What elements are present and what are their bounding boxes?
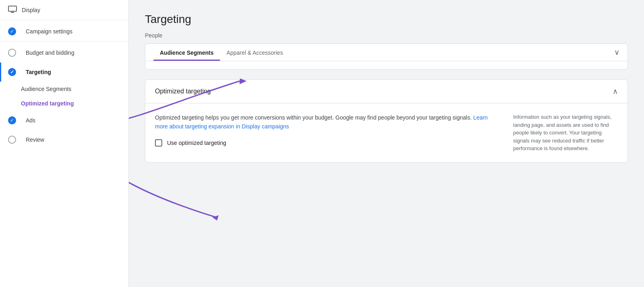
opt-card-main: Optimized targeting helps you get more c… <box>155 113 497 153</box>
active-indicator <box>0 62 1 82</box>
sidebar-item-review[interactable]: Review <box>0 130 128 149</box>
sidebar-item-review-label: Review <box>26 136 44 143</box>
audience-card-chevron[interactable]: ∨ <box>614 48 619 57</box>
sidebar-item-campaign-settings[interactable]: ✓ Campaign settings <box>0 22 128 41</box>
circle-icon-budget <box>8 49 16 57</box>
use-optimized-row: Use optimized targeting <box>155 139 497 147</box>
circle-icon-review <box>8 136 16 144</box>
sidebar-item-budget-label: Budget and bidding <box>26 50 74 56</box>
opt-card-title: Optimized targeting <box>155 88 613 95</box>
sidebar-item-targeting-label: Targeting <box>26 69 51 75</box>
sidebar-item-ads[interactable]: ✓ Ads <box>0 111 128 130</box>
use-optimized-checkbox[interactable] <box>155 139 162 147</box>
optimized-card: Optimized targeting ∧ Optimized targetin… <box>145 79 628 163</box>
sidebar-item-optimized-targeting[interactable]: Optimized targeting <box>0 96 128 111</box>
sidebar-sub-audience-label: Audience Segments <box>21 86 71 92</box>
tab-audience-segments[interactable]: Audience Segments <box>153 44 220 61</box>
use-optimized-label: Use optimized targeting <box>167 140 226 146</box>
svg-marker-4 <box>213 214 221 221</box>
audience-card-body <box>145 61 627 69</box>
opt-card-header: Optimized targeting ∧ <box>145 80 627 103</box>
sidebar-item-audience-segments[interactable]: Audience Segments <box>0 82 128 96</box>
check-icon-ads: ✓ <box>8 116 16 124</box>
people-label: People <box>145 32 628 39</box>
page-title: Targeting <box>145 13 628 26</box>
opt-card-side-text: Information such as your targeting signa… <box>513 113 618 153</box>
opt-description: Optimized targeting helps you get more c… <box>155 113 497 131</box>
tab-apparel[interactable]: Apparel & Accessories <box>220 44 289 61</box>
check-icon-campaign: ✓ <box>8 27 16 35</box>
sidebar-item-targeting[interactable]: ✓ Targeting <box>0 62 128 82</box>
main-content: Targeting People Audience Segments Appar… <box>129 0 644 287</box>
svg-rect-0 <box>8 6 17 11</box>
sidebar-item-display[interactable]: Display <box>0 0 128 20</box>
sidebar-item-display-label: Display <box>22 7 40 13</box>
opt-card-body: Optimized targeting helps you get more c… <box>145 103 627 162</box>
check-icon-targeting: ✓ <box>8 68 16 76</box>
display-icon <box>8 6 17 14</box>
audience-card: Audience Segments Apparel & Accessories … <box>145 43 628 70</box>
sidebar-item-budget[interactable]: Budget and bidding <box>0 43 128 62</box>
sidebar: Display ✓ Campaign settings Budget and b… <box>0 0 129 287</box>
opt-card-chevron[interactable]: ∧ <box>613 87 618 96</box>
sidebar-item-campaign-label: Campaign settings <box>26 28 72 35</box>
audience-tabs: Audience Segments Apparel & Accessories … <box>145 44 627 61</box>
sidebar-sub-optimized-label: Optimized targeting <box>21 100 74 107</box>
spacer <box>145 76 628 79</box>
sidebar-item-ads-label: Ads <box>26 117 35 124</box>
